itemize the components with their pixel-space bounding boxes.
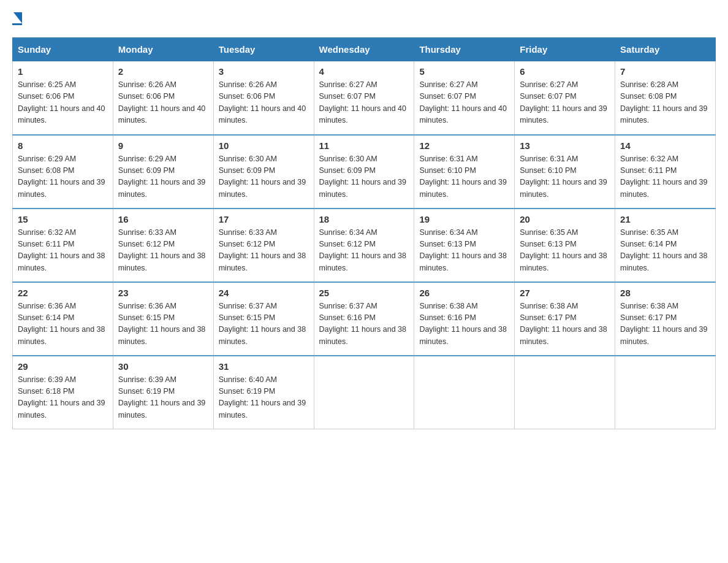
calendar-cell: 2 Sunrise: 6:26 AMSunset: 6:06 PMDayligh… (113, 61, 213, 135)
calendar-cell: 23 Sunrise: 6:36 AMSunset: 6:15 PMDaylig… (113, 282, 213, 356)
day-info: Sunrise: 6:32 AMSunset: 6:11 PMDaylight:… (620, 155, 707, 199)
day-number: 30 (118, 361, 208, 372)
day-info: Sunrise: 6:26 AMSunset: 6:06 PMDaylight:… (219, 80, 306, 124)
calendar-cell: 1 Sunrise: 6:25 AMSunset: 6:06 PMDayligh… (13, 61, 113, 135)
day-info: Sunrise: 6:36 AMSunset: 6:15 PMDaylight:… (118, 302, 205, 346)
calendar-week-row: 22 Sunrise: 6:36 AMSunset: 6:14 PMDaylig… (13, 282, 716, 356)
page-header (12, 12, 716, 25)
calendar-cell (314, 356, 414, 429)
calendar-cell: 20 Sunrise: 6:35 AMSunset: 6:13 PMDaylig… (515, 209, 615, 282)
day-number: 3 (219, 66, 309, 77)
day-info: Sunrise: 6:25 AMSunset: 6:06 PMDaylight:… (18, 80, 105, 124)
day-number: 20 (520, 214, 610, 224)
calendar-cell: 24 Sunrise: 6:37 AMSunset: 6:15 PMDaylig… (213, 282, 314, 356)
day-number: 5 (419, 66, 509, 77)
day-info: Sunrise: 6:34 AMSunset: 6:13 PMDaylight:… (419, 228, 506, 272)
day-info: Sunrise: 6:38 AMSunset: 6:16 PMDaylight:… (419, 302, 506, 346)
calendar-cell (615, 356, 716, 429)
calendar-week-row: 8 Sunrise: 6:29 AMSunset: 6:08 PMDayligh… (13, 135, 716, 209)
logo-triangle-icon (13, 12, 22, 23)
calendar-cell: 30 Sunrise: 6:39 AMSunset: 6:19 PMDaylig… (113, 356, 213, 429)
calendar-cell (414, 356, 515, 429)
calendar-cell: 4 Sunrise: 6:27 AMSunset: 6:07 PMDayligh… (314, 61, 414, 135)
calendar-cell: 5 Sunrise: 6:27 AMSunset: 6:07 PMDayligh… (414, 61, 515, 135)
calendar-cell: 19 Sunrise: 6:34 AMSunset: 6:13 PMDaylig… (414, 209, 515, 282)
calendar-cell: 14 Sunrise: 6:32 AMSunset: 6:11 PMDaylig… (615, 135, 716, 209)
calendar-cell: 26 Sunrise: 6:38 AMSunset: 6:16 PMDaylig… (414, 282, 515, 356)
day-info: Sunrise: 6:35 AMSunset: 6:13 PMDaylight:… (520, 228, 607, 272)
day-info: Sunrise: 6:30 AMSunset: 6:09 PMDaylight:… (319, 155, 406, 199)
day-number: 10 (219, 140, 309, 151)
day-number: 31 (219, 361, 309, 372)
day-info: Sunrise: 6:27 AMSunset: 6:07 PMDaylight:… (319, 80, 406, 124)
calendar-cell: 31 Sunrise: 6:40 AMSunset: 6:19 PMDaylig… (213, 356, 314, 429)
day-info: Sunrise: 6:37 AMSunset: 6:15 PMDaylight:… (219, 302, 306, 346)
col-header-tuesday: Tuesday (213, 38, 314, 61)
day-info: Sunrise: 6:27 AMSunset: 6:07 PMDaylight:… (419, 80, 506, 124)
calendar-week-row: 29 Sunrise: 6:39 AMSunset: 6:18 PMDaylig… (13, 356, 716, 429)
day-number: 17 (219, 214, 309, 224)
calendar-cell (515, 356, 615, 429)
calendar-cell: 11 Sunrise: 6:30 AMSunset: 6:09 PMDaylig… (314, 135, 414, 209)
day-number: 24 (219, 288, 309, 298)
day-number: 29 (18, 361, 108, 372)
calendar-cell: 21 Sunrise: 6:35 AMSunset: 6:14 PMDaylig… (615, 209, 716, 282)
col-header-monday: Monday (113, 38, 213, 61)
day-number: 2 (118, 66, 208, 77)
day-info: Sunrise: 6:39 AMSunset: 6:19 PMDaylight:… (118, 375, 205, 419)
calendar-cell: 16 Sunrise: 6:33 AMSunset: 6:12 PMDaylig… (113, 209, 213, 282)
col-header-wednesday: Wednesday (314, 38, 414, 61)
day-number: 21 (620, 214, 710, 224)
day-info: Sunrise: 6:36 AMSunset: 6:14 PMDaylight:… (18, 302, 105, 346)
day-number: 16 (118, 214, 208, 224)
day-info: Sunrise: 6:31 AMSunset: 6:10 PMDaylight:… (419, 155, 506, 199)
calendar-week-row: 15 Sunrise: 6:32 AMSunset: 6:11 PMDaylig… (13, 209, 716, 282)
calendar-cell: 25 Sunrise: 6:37 AMSunset: 6:16 PMDaylig… (314, 282, 414, 356)
day-number: 26 (419, 288, 509, 298)
day-info: Sunrise: 6:29 AMSunset: 6:08 PMDaylight:… (18, 155, 105, 199)
day-number: 15 (18, 214, 108, 224)
day-number: 1 (18, 66, 108, 77)
calendar-cell: 28 Sunrise: 6:38 AMSunset: 6:17 PMDaylig… (615, 282, 716, 356)
day-info: Sunrise: 6:26 AMSunset: 6:06 PMDaylight:… (118, 80, 205, 124)
day-info: Sunrise: 6:38 AMSunset: 6:17 PMDaylight:… (520, 302, 607, 346)
calendar-table: SundayMondayTuesdayWednesdayThursdayFrid… (12, 37, 716, 429)
day-info: Sunrise: 6:27 AMSunset: 6:07 PMDaylight:… (520, 80, 607, 124)
day-number: 27 (520, 288, 610, 298)
calendar-cell: 12 Sunrise: 6:31 AMSunset: 6:10 PMDaylig… (414, 135, 515, 209)
day-info: Sunrise: 6:39 AMSunset: 6:18 PMDaylight:… (18, 375, 105, 419)
day-number: 4 (319, 66, 409, 77)
day-number: 22 (18, 288, 108, 298)
day-number: 25 (319, 288, 409, 298)
calendar-cell: 17 Sunrise: 6:33 AMSunset: 6:12 PMDaylig… (213, 209, 314, 282)
day-info: Sunrise: 6:37 AMSunset: 6:16 PMDaylight:… (319, 302, 406, 346)
calendar-cell: 7 Sunrise: 6:28 AMSunset: 6:08 PMDayligh… (615, 61, 716, 135)
day-info: Sunrise: 6:38 AMSunset: 6:17 PMDaylight:… (620, 302, 707, 346)
day-info: Sunrise: 6:33 AMSunset: 6:12 PMDaylight:… (118, 228, 205, 272)
calendar-header: SundayMondayTuesdayWednesdayThursdayFrid… (13, 38, 716, 61)
day-number: 18 (319, 214, 409, 224)
day-info: Sunrise: 6:34 AMSunset: 6:12 PMDaylight:… (319, 228, 406, 272)
day-info: Sunrise: 6:40 AMSunset: 6:19 PMDaylight:… (219, 375, 306, 419)
col-header-sunday: Sunday (13, 38, 113, 61)
day-info: Sunrise: 6:29 AMSunset: 6:09 PMDaylight:… (118, 155, 205, 199)
col-header-friday: Friday (515, 38, 615, 61)
day-info: Sunrise: 6:33 AMSunset: 6:12 PMDaylight:… (219, 228, 306, 272)
logo (12, 12, 22, 25)
day-number: 11 (319, 140, 409, 151)
day-number: 23 (118, 288, 208, 298)
logo-underline (12, 23, 22, 25)
day-number: 19 (419, 214, 509, 224)
calendar-cell: 13 Sunrise: 6:31 AMSunset: 6:10 PMDaylig… (515, 135, 615, 209)
day-info: Sunrise: 6:31 AMSunset: 6:10 PMDaylight:… (520, 155, 607, 199)
col-header-thursday: Thursday (414, 38, 515, 61)
calendar-cell: 8 Sunrise: 6:29 AMSunset: 6:08 PMDayligh… (13, 135, 113, 209)
calendar-cell: 22 Sunrise: 6:36 AMSunset: 6:14 PMDaylig… (13, 282, 113, 356)
day-number: 12 (419, 140, 509, 151)
calendar-cell: 15 Sunrise: 6:32 AMSunset: 6:11 PMDaylig… (13, 209, 113, 282)
day-number: 7 (620, 66, 710, 77)
col-header-saturday: Saturday (615, 38, 716, 61)
day-number: 14 (620, 140, 710, 151)
day-number: 6 (520, 66, 610, 77)
calendar-week-row: 1 Sunrise: 6:25 AMSunset: 6:06 PMDayligh… (13, 61, 716, 135)
